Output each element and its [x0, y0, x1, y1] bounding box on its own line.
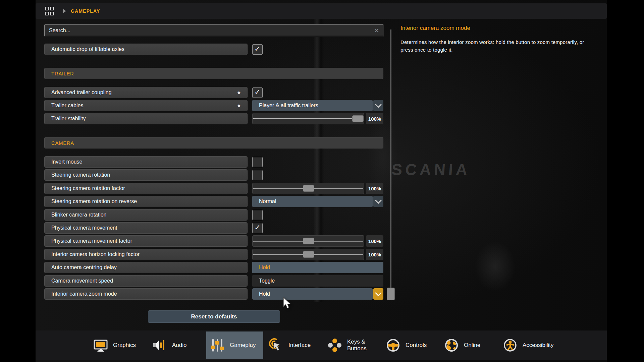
setting-label-steering-rotation[interactable]: Steering camera rotation: [44, 169, 248, 181]
setting-label-rotation-on-reverse[interactable]: Steering camera rotation on reverse: [44, 196, 248, 207]
slider-handle[interactable]: [303, 185, 314, 192]
setting-row: Physical camera movement factor 100%: [44, 235, 383, 247]
setting-row: Trailer stability 100%: [44, 113, 383, 124]
reset-to-defaults-button[interactable]: Reset to defaults: [148, 310, 280, 323]
slider-value: 100%: [366, 249, 383, 260]
scrollbar-track[interactable]: [390, 29, 391, 300]
tab-accessibility[interactable]: Accessibility: [503, 330, 554, 360]
tab-controls[interactable]: Controls: [386, 330, 427, 360]
dropdown-value: Hold: [259, 291, 270, 297]
breadcrumb: GAMEPLAY: [71, 8, 100, 14]
section-title: TRAILER: [51, 71, 74, 76]
clear-search-icon[interactable]: ×: [374, 27, 379, 34]
setting-label-text: Camera movement speed: [51, 278, 113, 284]
settings-nav-bar: Graphics Audio Gameplay: [36, 330, 607, 360]
option-text: Hold: [259, 264, 270, 270]
dropdown-option-toggle[interactable]: Toggle: [252, 275, 383, 287]
menu-grid-button[interactable]: [42, 5, 56, 17]
tab-gameplay[interactable]: Gameplay: [206, 331, 263, 359]
setting-label-horizon-locking-factor[interactable]: Interior camera horizon locking factor: [44, 249, 248, 260]
chevron-down-button[interactable]: [373, 100, 383, 111]
description-title: Interior camera zoom mode: [400, 25, 584, 32]
checkbox-checked[interactable]: ✓: [252, 223, 263, 233]
slider-horizon-locking-factor[interactable]: [252, 249, 364, 260]
section-title: CAMERA: [51, 140, 74, 146]
setting-label-interior-zoom-mode[interactable]: Interior camera zoom mode: [44, 288, 248, 300]
speaker-icon: [152, 338, 167, 353]
settings-panel: Search... × Automatic drop of liftable a…: [44, 24, 383, 301]
setting-label-physical-movement-factor[interactable]: Physical camera movement factor: [44, 235, 248, 247]
setting-label-steering-rotation-factor[interactable]: Steering camera rotation factor: [44, 183, 248, 194]
setting-row: Blinker camera rotation: [44, 209, 383, 221]
tab-keys-buttons[interactable]: Keys & Buttons: [327, 330, 375, 360]
setting-row: Trailer cables ◆ Player & all traffic tr…: [44, 100, 383, 111]
checkbox-checked[interactable]: ✓: [252, 44, 263, 55]
truck-brand-text: SCANIA: [391, 160, 471, 179]
description-text: Determines how the interior zoom works: …: [400, 38, 584, 54]
chevron-down-button[interactable]: [373, 196, 383, 207]
slider-physical-movement-factor[interactable]: [252, 235, 364, 247]
checkbox-unchecked[interactable]: [252, 210, 263, 220]
setting-row: Physical camera movement ✓: [44, 222, 383, 234]
setting-label-text: Automatic drop of liftable axles: [51, 46, 124, 52]
slider-handle[interactable]: [303, 238, 314, 244]
checkbox-unchecked[interactable]: [252, 157, 263, 167]
checkbox-unchecked[interactable]: [252, 170, 263, 180]
setting-label-text: Invert mouse: [51, 159, 82, 165]
gamepad-buttons-icon: [327, 338, 342, 353]
setting-row: Interior camera zoom mode Hold: [44, 288, 383, 300]
slider-steering-rotation-factor[interactable]: [252, 183, 364, 194]
monitor-icon: [93, 338, 108, 353]
setting-label-invert-mouse[interactable]: Invert mouse: [44, 156, 248, 168]
search-placeholder: Search...: [49, 27, 70, 34]
search-input[interactable]: Search... ×: [44, 24, 383, 36]
setting-label-physical-movement[interactable]: Physical camera movement: [44, 222, 248, 234]
tab-online[interactable]: Online: [444, 330, 480, 360]
chevron-down-icon: [375, 101, 382, 108]
chevron-down-icon: [375, 197, 382, 204]
setting-row: Steering camera rotation: [44, 169, 383, 181]
dropdown-trailer-cables[interactable]: Player & all traffic trailers: [252, 100, 373, 111]
dropdown-value: Player & all traffic trailers: [259, 103, 318, 109]
setting-row: Advanced trailer coupling ◆ ✓: [44, 87, 383, 98]
setting-label-auto-centring-delay[interactable]: Auto camera centring delay: [44, 262, 248, 273]
setting-label-advanced-coupling[interactable]: Advanced trailer coupling ◆: [44, 87, 248, 98]
background-headlight: [475, 241, 515, 292]
setting-row: Steering camera rotation factor 100%: [44, 183, 383, 194]
setting-label-text: Advanced trailer coupling: [51, 89, 112, 96]
tab-graphics[interactable]: Graphics: [93, 330, 136, 360]
setting-label-camera-movement-speed[interactable]: Camera movement speed: [44, 275, 248, 287]
breadcrumb-arrow-icon: [63, 9, 66, 13]
setting-label-blinker-rotation[interactable]: Blinker camera rotation: [44, 209, 248, 221]
slider-handle[interactable]: [303, 251, 314, 258]
accessibility-person-icon: [503, 338, 518, 353]
setting-row: Interior camera horizon locking factor 1…: [44, 249, 383, 260]
tab-interface[interactable]: Interface: [269, 330, 311, 360]
setting-label-text: Steering camera rotation: [51, 172, 110, 178]
setting-label-text: Steering camera rotation factor: [51, 185, 125, 191]
check-icon: ✓: [254, 88, 260, 96]
chevron-down-button-active[interactable]: [373, 288, 383, 300]
advanced-diamond-icon: ◆: [237, 90, 240, 95]
chevron-down-icon: [375, 290, 382, 296]
setting-row: Automatic drop of liftable axles ✓: [44, 44, 383, 55]
tab-audio[interactable]: Audio: [152, 330, 186, 360]
slider-value: 100%: [366, 235, 383, 247]
section-header-trailer: TRAILER: [44, 68, 383, 79]
dropdown-value: Normal: [259, 198, 276, 204]
scrollbar-handle[interactable]: [387, 288, 395, 300]
setting-label-automatic-drop[interactable]: Automatic drop of liftable axles: [44, 44, 248, 55]
top-bar: GAMEPLAY: [36, 3, 607, 19]
dropdown-rotation-on-reverse[interactable]: Normal: [252, 196, 373, 207]
slider-handle[interactable]: [352, 115, 364, 122]
setting-label-trailer-cables[interactable]: Trailer cables ◆: [44, 100, 248, 111]
dropdown-interior-zoom-mode[interactable]: Hold: [252, 288, 373, 300]
slider-trailer-stability[interactable]: [252, 113, 364, 124]
dropdown-option-hold[interactable]: Hold: [252, 262, 383, 273]
gameplay-settings-screen: SCANIA GAMEPLAY Search... × Automatic dr…: [0, 0, 644, 362]
setting-label-text: Interior camera zoom mode: [51, 291, 117, 297]
setting-label-text: Trailer cables: [51, 103, 83, 109]
globe-icon: [444, 338, 459, 353]
setting-label-trailer-stability[interactable]: Trailer stability: [44, 113, 248, 124]
checkbox-checked[interactable]: ✓: [252, 87, 263, 98]
